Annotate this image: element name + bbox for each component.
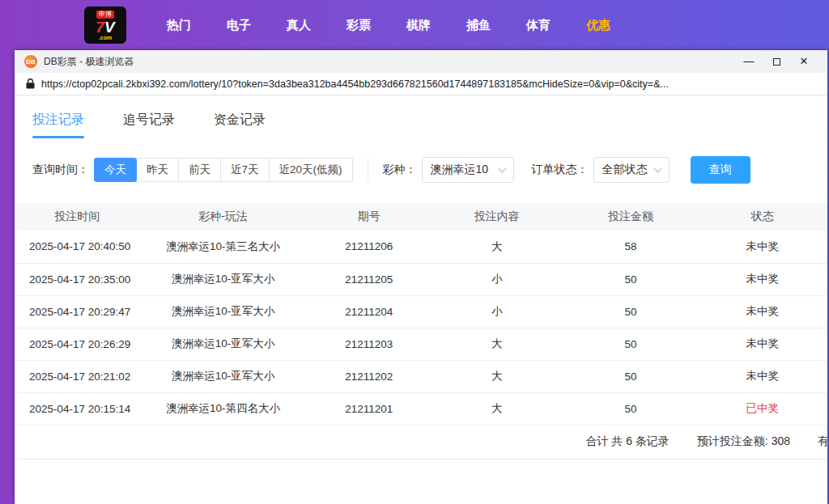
tab-bet-records[interactable]: 投注记录 <box>32 112 84 138</box>
time-option-today[interactable]: 今天 <box>94 158 137 182</box>
table-row: 2025-04-17 20:26:29 澳洲幸运10-亚军大小 21211203… <box>16 328 827 360</box>
cell-status: 未中奖 <box>698 263 827 295</box>
site-logo[interactable]: 申博 7V .com <box>84 6 126 44</box>
browser-window: DB DB彩票 - 极速浏览器 — ✕ https://ctop02pcali.… <box>15 50 827 504</box>
tab-fund-records[interactable]: 资金记录 <box>214 112 266 138</box>
col-issue: 期号 <box>308 203 430 231</box>
logo-main: 7V <box>96 19 114 35</box>
cell-status: 已中奖 <box>698 392 827 425</box>
cell-bet-time: 2025-04-17 20:21:02 <box>16 360 138 392</box>
nav-item-hot[interactable]: 热门 <box>149 18 209 33</box>
cell-status: 未中奖 <box>698 231 827 263</box>
time-option-20days[interactable]: 近20天(低频) <box>269 158 353 182</box>
cell-play-type: 澳洲幸运10-第四名大小 <box>138 392 308 425</box>
cell-play-type: 澳洲幸运10-亚军大小 <box>138 295 308 328</box>
summary-total: 合计 共 6 条记录 <box>585 434 669 449</box>
nav-item-slots[interactable]: 电子 <box>209 18 269 33</box>
query-button[interactable]: 查询 <box>691 156 750 184</box>
lottery-type-label: 彩种： <box>383 163 417 177</box>
chevron-down-icon <box>653 164 661 172</box>
table-row: 2025-04-17 20:40:50 澳洲幸运10-第三名大小 2121120… <box>16 231 827 263</box>
summary-valid: 有效投注金 <box>818 434 827 449</box>
tab-chase-records[interactable]: 追号记录 <box>123 112 175 138</box>
maximize-icon <box>773 58 780 66</box>
cell-bet-content: 小 <box>430 263 563 295</box>
nav-item-sports[interactable]: 体育 <box>508 18 568 33</box>
cell-issue: 21211202 <box>308 360 430 392</box>
nav-item-promo[interactable]: 优惠 <box>568 18 628 33</box>
minimize-button[interactable]: — <box>735 50 763 73</box>
cell-bet-content: 大 <box>430 328 563 360</box>
nav-item-live[interactable]: 真人 <box>269 18 329 33</box>
table-summary: 合计 共 6 条记录 预计投注金额: 308 有效投注金 <box>18 426 827 460</box>
cell-bet-content: 大 <box>430 392 563 425</box>
cell-status: 未中奖 <box>698 360 827 392</box>
time-option-daybefore[interactable]: 前天 <box>178 158 221 182</box>
order-status-value: 全部状态 <box>602 163 648 177</box>
col-bet-content: 投注内容 <box>430 203 563 231</box>
table-row: 2025-04-17 20:35:00 澳洲幸运10-亚军大小 21211205… <box>16 263 827 295</box>
logo-suffix: .com <box>99 35 112 40</box>
maximize-button[interactable] <box>763 50 790 73</box>
time-option-yesterday[interactable]: 昨天 <box>136 158 179 182</box>
cell-bet-content: 大 <box>430 360 563 392</box>
cell-bet-time: 2025-04-17 20:40:50 <box>16 231 138 263</box>
lottery-type-select[interactable]: 澳洲幸运10 <box>422 157 514 183</box>
cell-bet-amount: 58 <box>563 231 697 263</box>
time-range-group: 今天 昨天 前天 近7天 近20天(低频) <box>94 158 353 182</box>
table-row: 2025-04-17 20:15:14 澳洲幸运10-第四名大小 2121120… <box>16 392 827 425</box>
window-controls: — ✕ <box>735 50 818 73</box>
cell-play-type: 澳洲幸运10-亚军大小 <box>138 328 308 360</box>
col-play-type: 彩种-玩法 <box>138 203 308 231</box>
table-row: 2025-04-17 20:29:47 澳洲幸运10-亚军大小 21211204… <box>16 295 827 328</box>
table-row: 2025-04-17 20:21:02 澳洲幸运10-亚军大小 21211202… <box>16 360 827 392</box>
url-text: https://ctop02pcali.2kbxi392.com/lottery… <box>41 78 669 90</box>
order-status-label: 订单状态： <box>532 163 589 177</box>
app-icon: DB <box>24 55 37 68</box>
lock-icon <box>26 78 35 89</box>
cell-bet-time: 2025-04-17 20:29:47 <box>16 295 138 328</box>
cell-issue: 21211203 <box>308 328 430 360</box>
cell-bet-amount: 50 <box>563 392 697 425</box>
logo-badge: 申博 <box>96 11 114 19</box>
col-status: 状态 <box>698 203 827 231</box>
lottery-page: 投注记录 追号记录 资金记录 查询时间： 今天 昨天 前天 近7天 近20天(低… <box>15 95 827 504</box>
cell-issue: 21211201 <box>308 392 430 425</box>
summary-expected: 预计投注金额: 308 <box>697 434 790 449</box>
filter-row: 查询时间： 今天 昨天 前天 近7天 近20天(低频) 彩种： 澳洲幸运10 订… <box>32 156 827 184</box>
cell-play-type: 澳洲幸运10-亚军大小 <box>138 360 308 392</box>
site-top-nav: 申博 7V .com 热门 电子 真人 彩票 棋牌 捕鱼 体育 优惠 <box>0 0 829 50</box>
cell-status: 未中奖 <box>698 295 827 328</box>
table-header-row: 投注时间 彩种-玩法 期号 投注内容 投注金额 状态 <box>16 203 827 231</box>
cell-bet-amount: 50 <box>563 328 697 360</box>
cell-bet-content: 大 <box>430 231 563 263</box>
nav-item-cards[interactable]: 棋牌 <box>389 18 449 33</box>
bet-records-table: 投注时间 彩种-玩法 期号 投注内容 投注金额 状态 2025-04-17 20… <box>16 203 827 460</box>
cell-issue: 21211204 <box>308 295 430 328</box>
col-bet-time: 投注时间 <box>16 203 138 231</box>
cell-bet-time: 2025-04-17 20:26:29 <box>16 328 138 360</box>
cell-bet-time: 2025-04-17 20:15:14 <box>16 392 138 425</box>
filter-divider <box>368 158 368 182</box>
cell-play-type: 澳洲幸运10-亚军大小 <box>138 263 308 295</box>
cell-play-type: 澳洲幸运10-第三名大小 <box>138 231 308 263</box>
nav-item-lottery[interactable]: 彩票 <box>329 18 389 33</box>
order-status-select[interactable]: 全部状态 <box>593 157 670 183</box>
cell-bet-content: 小 <box>430 295 563 328</box>
time-option-7days[interactable]: 近7天 <box>220 158 270 182</box>
url-bar[interactable]: https://ctop02pcali.2kbxi392.com/lottery… <box>15 73 827 95</box>
col-bet-amount: 投注金额 <box>563 203 697 231</box>
window-title: DB彩票 - 极速浏览器 <box>44 55 735 69</box>
cell-status: 未中奖 <box>698 328 827 360</box>
cell-issue: 21211205 <box>308 263 430 295</box>
cell-bet-amount: 50 <box>563 295 697 328</box>
nav-item-fishing[interactable]: 捕鱼 <box>449 18 508 33</box>
cell-bet-amount: 50 <box>563 360 697 392</box>
window-titlebar[interactable]: DB DB彩票 - 极速浏览器 — ✕ <box>15 50 827 73</box>
cell-bet-amount: 50 <box>563 263 697 295</box>
close-button[interactable]: ✕ <box>790 50 818 73</box>
lottery-type-value: 澳洲幸运10 <box>431 163 489 177</box>
query-time-label: 查询时间： <box>32 163 89 177</box>
cell-issue: 21211206 <box>308 231 430 263</box>
chevron-down-icon <box>498 164 506 172</box>
